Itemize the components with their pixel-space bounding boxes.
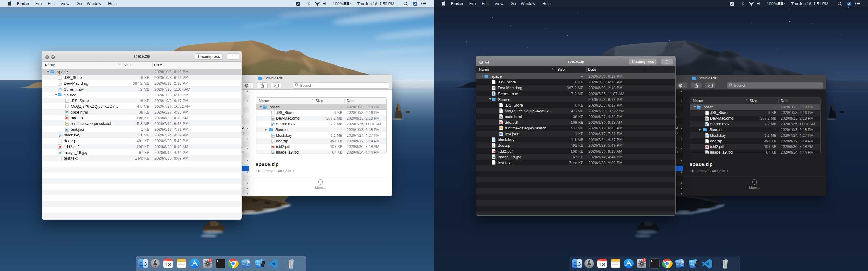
svg-text:18: 18 bbox=[599, 262, 605, 268]
svg-text:A: A bbox=[501, 122, 502, 124]
svg-text:JUN: JUN bbox=[598, 259, 601, 261]
svg-text:A: A bbox=[59, 146, 61, 148]
svg-text:{}: {} bbox=[501, 133, 502, 135]
svg-text:A: A bbox=[67, 117, 68, 119]
svg-text:A: A bbox=[273, 146, 274, 148]
svg-text:A: A bbox=[731, 2, 733, 5]
svg-text:18: 18 bbox=[165, 262, 171, 268]
svg-text:1: 1 bbox=[210, 258, 211, 261]
svg-text:A: A bbox=[493, 150, 495, 153]
svg-text:1: 1 bbox=[644, 258, 645, 261]
svg-text:A: A bbox=[707, 146, 708, 148]
svg-text:{}: {} bbox=[67, 129, 68, 130]
svg-text:>_: >_ bbox=[217, 260, 220, 263]
svg-text:>_: >_ bbox=[651, 260, 654, 263]
svg-text:A: A bbox=[297, 2, 299, 5]
svg-text:JUN: JUN bbox=[164, 259, 167, 261]
